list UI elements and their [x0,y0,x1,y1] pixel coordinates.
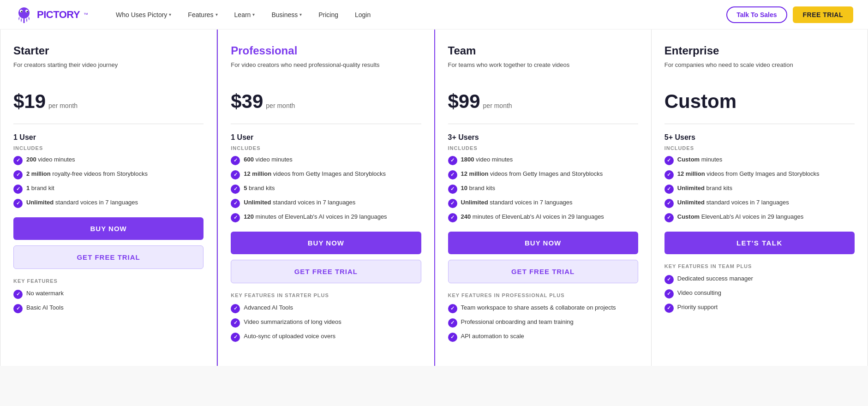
plan-name: Enterprise [664,44,855,57]
get-free-trial-button[interactable]: GET FREE TRIAL [13,245,204,269]
includes-label: INCLUDES [231,145,421,151]
feature-item: Unlimited standard voices in 7 languages [664,198,855,208]
check-icon [13,185,23,194]
key-feature-text: API automation to scale [461,332,524,340]
check-icon [13,304,23,313]
check-icon [664,289,674,299]
plan-name: Team [448,44,638,57]
check-icon [13,170,23,179]
buy-now-button[interactable]: BUY NOW [448,232,638,254]
check-icon [231,333,240,342]
key-feature-text: Basic AI Tools [26,304,64,312]
nav-who-uses[interactable]: Who Uses Pictory ▾ [116,11,171,18]
logo[interactable]: PICTORY™ [15,6,88,24]
price-amount: $39 [231,90,263,113]
feature-text: 1 brand kit [26,184,54,192]
plan-price: $99per month [448,90,638,113]
feature-text: Unlimited brand kits [677,184,732,192]
nav-pricing[interactable]: Pricing [318,11,338,18]
feature-text: 600 video minutes [244,155,293,164]
check-icon [231,304,240,313]
talk-to-sales-button[interactable]: Talk To Sales [726,6,787,23]
logo-icon [15,6,33,24]
feature-item: 1 brand kit [13,184,204,194]
chevron-down-icon: ▾ [169,12,171,17]
price-period: per month [266,102,295,109]
plan-name: Starter [13,44,204,57]
lets-talk-button[interactable]: LET'S TALK [664,232,855,254]
check-icon [231,185,240,194]
nav-actions: Talk To Sales FREE TRIAL [726,6,853,23]
check-icon [231,199,240,208]
nav-login[interactable]: Login [355,11,371,18]
feature-item: 600 video minutes [231,155,421,165]
feature-item: 12 million videos from Getty Images and … [448,170,638,179]
check-icon [448,318,457,328]
key-feature-item: Team workspace to share assets & collabo… [448,304,638,313]
feature-text: 2 million royalty-free videos from Story… [26,170,148,178]
chevron-down-icon: ▾ [216,12,218,17]
check-icon [448,199,457,208]
key-feature-item: Video consulting [664,289,855,299]
divider [231,124,421,124]
check-icon [13,290,23,299]
feature-item: 5 brand kits [231,184,421,194]
key-feature-text: Dedicated success manager [677,275,753,283]
plan-price: $39per month [231,90,421,113]
price-period: per month [48,102,78,109]
feature-item: 120 minutes of ElevenLab's AI voices in … [231,213,421,222]
feature-text: 1800 video minutes [461,155,513,164]
feature-text: Custom ElevenLab's AI voices in 29 langu… [677,213,803,221]
divider [448,124,638,124]
check-icon [448,333,457,342]
key-features-label: KEY FEATURES IN PROFESSIONAL PLUS [448,293,638,298]
key-feature-text: Priority support [677,303,718,311]
get-free-trial-button[interactable]: GET FREE TRIAL [231,260,421,283]
feature-text: 12 million videos from Getty Images and … [461,170,603,178]
check-icon [664,199,674,208]
pricing-section: Starter For creators starting their vide… [0,30,868,384]
check-icon [448,304,457,313]
plan-description: For creators starting their video journe… [13,61,204,81]
users-label: 1 User [13,133,204,142]
buy-now-button[interactable]: BUY NOW [13,217,204,240]
feature-text: 12 million videos from Getty Images and … [677,170,820,178]
feature-text: Unlimited standard voices in 7 languages [26,198,138,207]
nav-features[interactable]: Features ▾ [188,11,217,18]
feature-text: 10 brand kits [461,184,495,192]
feature-item: 12 million videos from Getty Images and … [231,170,421,179]
price-amount: Custom [664,90,736,113]
key-feature-list: Advanced AI Tools Video summarizations o… [231,304,421,342]
navbar: PICTORY™ Who Uses Pictory ▾ Features ▾ L… [0,0,868,30]
nav-learn[interactable]: Learn ▾ [234,11,255,18]
divider [13,124,204,124]
feature-item: 10 brand kits [448,184,638,194]
users-label: 3+ Users [448,133,638,142]
key-feature-text: Auto-sync of uploaded voice overs [244,332,335,340]
key-feature-text: Video summarizations of long videos [244,318,341,326]
logo-text: PICTORY [37,9,80,21]
logo-tm: ™ [84,12,88,17]
feature-text: 200 video minutes [26,155,75,164]
plan-price: Custom [664,90,855,113]
feature-list: 200 video minutes 2 million royalty-free… [13,155,204,208]
buy-now-button[interactable]: BUY NOW [231,232,421,254]
check-icon [231,156,240,165]
svg-point-4 [27,11,28,12]
check-icon [13,199,23,208]
key-feature-item: No watermark [13,289,204,299]
nav-business[interactable]: Business ▾ [271,11,302,18]
includes-label: INCLUDES [664,145,855,151]
feature-item: Unlimited standard voices in 7 languages [231,198,421,208]
chevron-down-icon: ▾ [252,12,255,17]
free-trial-button[interactable]: FREE TRIAL [793,6,853,23]
key-feature-item: Advanced AI Tools [231,304,421,313]
key-features-label: KEY FEATURES [13,278,204,284]
key-feature-list: No watermark Basic AI Tools [13,289,204,313]
feature-list: 600 video minutes 12 million videos from… [231,155,421,222]
feature-text: 120 minutes of ElevenLab's AI voices in … [244,213,387,221]
price-period: per month [483,102,512,109]
get-free-trial-button[interactable]: GET FREE TRIAL [448,260,638,283]
chevron-down-icon: ▾ [299,12,302,17]
feature-text: 12 million videos from Getty Images and … [244,170,386,178]
